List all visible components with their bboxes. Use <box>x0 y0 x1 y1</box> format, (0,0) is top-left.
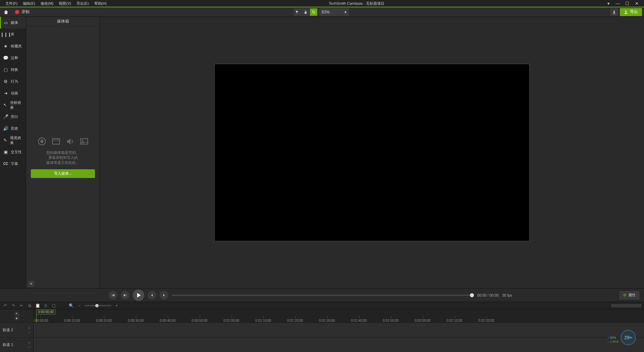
menu-modify[interactable]: 修改(M) <box>38 1 56 6</box>
time-display: 00:00 / 00:00 <box>477 293 499 297</box>
menu-file[interactable]: 文件(F) <box>3 1 20 6</box>
sidebar-item-behaviors[interactable]: ⚙行为 <box>0 76 26 87</box>
prev-marker-button[interactable] <box>148 291 156 300</box>
sidebar-item-label: 旁白 <box>11 114 18 119</box>
scrub-thumb[interactable] <box>470 293 474 297</box>
record-button[interactable]: 录制 <box>12 8 32 15</box>
tool-select[interactable] <box>294 8 301 16</box>
cursor-fx-icon: ↖ <box>3 103 7 107</box>
gauge-up: 0K/s <box>610 336 616 339</box>
sidebar-item-media[interactable]: ▭媒体 <box>0 17 26 29</box>
mic-icon: 🎤 <box>3 115 8 119</box>
timeline-ruler: + ▾ 0:00:00;00 0:00:00;000:00:10;000:00:… <box>0 309 644 322</box>
ruler-body[interactable]: 0:00:00;00 0:00:00;000:00:10;000:00:20;0… <box>34 309 644 322</box>
video-icon <box>51 137 61 146</box>
menu-edit[interactable]: 编辑(E) <box>20 1 38 6</box>
sidebar-item-label: 库 <box>11 32 14 37</box>
track-body-2[interactable] <box>34 323 644 337</box>
track-row: 轨道 1 ⊘↩ <box>0 337 644 352</box>
svg-rect-2 <box>52 138 59 144</box>
animation-icon: ➔ <box>3 91 8 96</box>
media-type-icons <box>37 137 89 146</box>
ruler-left-controls: + ▾ <box>0 309 34 322</box>
crop-icon <box>312 10 316 14</box>
panel-title: 媒体箱 <box>26 17 100 26</box>
track-link-icon[interactable]: ↩ <box>28 345 31 349</box>
window-close[interactable]: ✕ <box>632 1 641 6</box>
sidebar-item-favorites[interactable]: ★收藏夹 <box>0 40 26 52</box>
sidebar-item-label: 注释 <box>11 55 18 60</box>
zoom-in-button[interactable]: + <box>114 303 119 308</box>
interactive-icon: ▣ <box>3 150 8 155</box>
window-minimize[interactable]: — <box>613 1 623 6</box>
home-icon <box>3 9 9 15</box>
media-panel: 媒体箱 您的媒体箱是空的。 屏幕录制和导入的 媒体将显示在此处。 导入媒体...… <box>26 17 100 288</box>
sidebar-item-animations[interactable]: ➔动画 <box>0 87 26 99</box>
cut-button[interactable]: ✂ <box>19 303 24 308</box>
sidebar-item-library[interactable]: ❙❙❙库 <box>0 29 26 40</box>
track-header-2[interactable]: 轨道 2 ⊘↩ <box>0 323 34 337</box>
track-lock-icon[interactable]: ⊘ <box>28 326 31 330</box>
zoom-out-button[interactable]: − <box>76 303 82 308</box>
prev-frame-button[interactable] <box>109 291 117 300</box>
tool-pan[interactable] <box>302 8 309 16</box>
tool-crop[interactable] <box>310 8 317 16</box>
import-media-button[interactable]: 导入媒体... <box>31 169 95 178</box>
add-media-button[interactable]: + <box>28 281 34 287</box>
sidebar-item-voice[interactable]: 🎤旁白 <box>0 111 26 123</box>
marker-add-button[interactable]: + <box>14 312 19 316</box>
sidebar-item-transitions[interactable]: ▢转换 <box>0 64 26 76</box>
sidebar-item-cursor[interactable]: ↖光标效果 <box>0 99 26 111</box>
marker-toggle-button[interactable]: ▾ <box>14 316 19 320</box>
redo-button[interactable]: ↷ <box>11 303 16 308</box>
download-button[interactable] <box>610 8 618 16</box>
track-header-1[interactable]: 轨道 1 ⊘↩ <box>0 338 34 352</box>
svg-point-7 <box>82 140 84 141</box>
sidebar-item-visual[interactable]: ✎视觉效果 <box>0 134 26 146</box>
chevron-left-icon <box>150 294 154 297</box>
canvas-zoom-dropdown[interactable]: 63% ▾ <box>319 8 349 16</box>
play-icon <box>136 293 141 298</box>
window-maximize[interactable]: ☐ <box>623 1 632 6</box>
timeline-zoom-thumb[interactable] <box>95 304 99 307</box>
copy-button[interactable]: ⧉ <box>27 303 32 308</box>
next-marker-button[interactable] <box>160 291 168 300</box>
svg-point-1 <box>40 140 43 143</box>
undo-button[interactable]: ↶ <box>3 303 8 308</box>
play-button[interactable] <box>133 290 144 301</box>
sidebar-item-annotations[interactable]: 💬注释 <box>0 52 26 64</box>
sidebar-item-label: 行为 <box>11 79 18 84</box>
track-body-1[interactable] <box>34 338 644 352</box>
timeline-zoom-slider[interactable] <box>85 305 111 306</box>
sidebar-item-interactive[interactable]: ▣交互性 <box>0 146 26 158</box>
crop-button[interactable]: ▢ <box>51 303 56 308</box>
scrub-bar[interactable] <box>172 295 474 296</box>
timeline-minimap[interactable] <box>611 304 641 307</box>
track-label: 轨道 2 <box>3 327 13 333</box>
menu-help[interactable]: 帮助(H) <box>92 1 109 6</box>
home-button[interactable] <box>2 8 10 16</box>
hand-icon <box>304 10 308 14</box>
annotation-icon: 💬 <box>3 56 8 60</box>
preview-canvas[interactable] <box>214 64 530 241</box>
sidebar-item-audio[interactable]: 🔊音效 <box>0 123 26 134</box>
track-lock-icon[interactable]: ⊘ <box>28 341 31 345</box>
empty-text: 您的媒体箱是空的。 屏幕录制和导入的 媒体将显示在此处。 <box>46 150 79 165</box>
ruler-tick: 0:01:50;00 <box>383 319 398 322</box>
gauge-value: 29 <box>624 335 630 340</box>
paste-button[interactable]: 📋 <box>35 303 40 308</box>
track-link-icon[interactable]: ↩ <box>28 331 31 334</box>
gear-icon: ✿ <box>623 293 626 297</box>
properties-button[interactable]: ✿属性 <box>620 291 639 299</box>
export-button[interactable]: 导出 <box>620 8 642 16</box>
sidebar-item-captions[interactable]: CC字幕 <box>0 158 26 170</box>
next-frame-button[interactable] <box>121 291 129 300</box>
split-button[interactable]: ⎘ <box>43 303 48 308</box>
record-circle-icon <box>37 137 47 146</box>
menu-view[interactable]: 视图(V) <box>56 1 74 6</box>
track-row: 轨道 2 ⊘↩ <box>0 322 644 337</box>
menu-export[interactable]: 导出(E) <box>74 1 92 6</box>
ruler-tick: 0:01:10;00 <box>255 319 271 322</box>
window-dropdown[interactable]: ▾ <box>604 1 613 6</box>
sidebar-item-label: 动画 <box>11 91 18 96</box>
